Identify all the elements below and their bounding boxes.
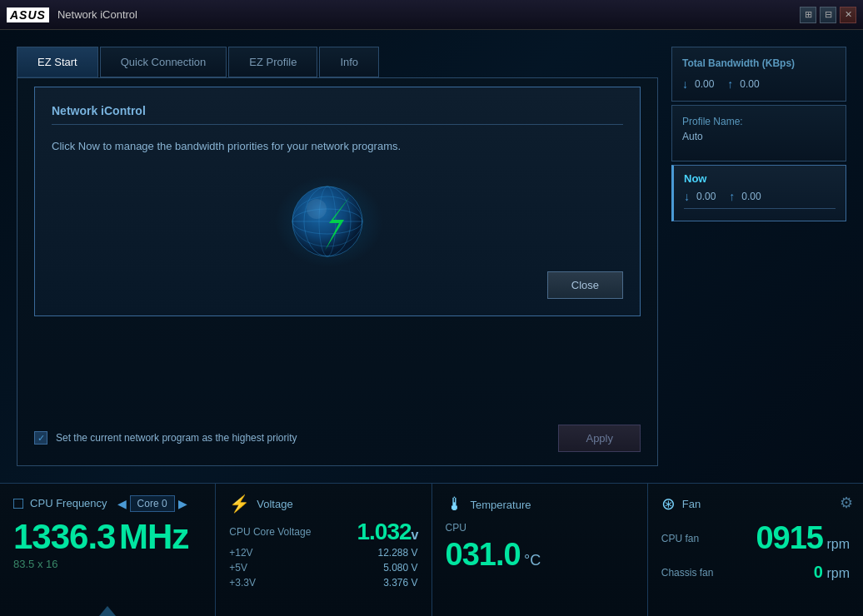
fan-section: ⚙ ⊛ Fan CPU fan 0915 rpm Chassis fan 0 r… — [648, 484, 863, 616]
close-button[interactable]: ✕ — [840, 7, 856, 23]
left-panel: EZ Start Quick Connection EZ Profile Inf… — [17, 47, 658, 466]
profile-name-value: Auto — [682, 131, 836, 142]
v5-row: +5V 5.080 V — [229, 562, 417, 574]
cpu-core-voltage-label: CPU Core Voltage — [229, 526, 311, 538]
core-nav: ◀ Core 0 ▶ — [117, 495, 187, 512]
priority-checkbox[interactable] — [34, 431, 47, 445]
voltage-header: ⚡ Voltage — [229, 494, 417, 514]
core-prev-arrow[interactable]: ◀ — [117, 497, 127, 510]
temp-unit: °C — [524, 552, 541, 569]
titlebar-left: ASUS Network iControl — [7, 7, 137, 22]
cpu-freq-section: □ CPU Frequency ◀ Core 0 ▶ 1336.3 MHz 83… — [0, 484, 216, 616]
triangle-indicator — [99, 606, 116, 616]
svg-point-8 — [307, 199, 327, 219]
cpu-temp-row: CPU — [446, 522, 634, 534]
up-arrow-icon: ↑ — [727, 77, 733, 91]
fan-icon: ⊛ — [661, 494, 676, 514]
chassis-fan-label: Chassis fan — [661, 567, 714, 579]
chassis-fan-row: Chassis fan 0 rpm — [661, 563, 850, 582]
grid-button[interactable]: ⊞ — [800, 7, 816, 23]
v33-label: +3.3V — [229, 577, 256, 589]
stats-bar: □ CPU Frequency ◀ Core 0 ▶ 1336.3 MHz 83… — [0, 483, 863, 616]
settings-button[interactable]: ⊟ — [820, 7, 836, 23]
cpu-temp-label: CPU — [446, 522, 466, 534]
bandwidth-section: Total Bandwidth (KBps) ↓ 0.00 ↑ 0.00 — [671, 47, 846, 102]
dialog-title: Network iControl — [52, 104, 623, 125]
down-arrow-icon: ↓ — [682, 77, 688, 91]
main-container: EZ Start Quick Connection EZ Profile Inf… — [0, 30, 863, 616]
app-title: Network iControl — [57, 8, 137, 21]
apply-button[interactable]: Apply — [558, 425, 641, 452]
profile-section: Profile Name: Auto — [671, 105, 846, 161]
core-label: Core 0 — [130, 495, 175, 512]
globe-svg — [271, 171, 404, 271]
cpu-temp-value: 031.0 — [446, 537, 521, 572]
voltage-title: Voltage — [257, 498, 292, 510]
now-down-value: 0.00 — [696, 191, 716, 202]
globe-image — [271, 171, 404, 271]
cpu-fan-value: 0915 — [756, 520, 823, 555]
v5-label: +5V — [229, 562, 247, 574]
now-bandwidth-row: ↓ 0.00 ↑ 0.00 — [684, 190, 836, 203]
right-panel: Total Bandwidth (KBps) ↓ 0.00 ↑ 0.00 Pro… — [671, 47, 846, 466]
top-area: EZ Start Quick Connection EZ Profile Inf… — [0, 30, 863, 483]
now-section: Now ↓ 0.00 ↑ 0.00 — [671, 165, 846, 221]
cpu-freq-main-value: 1336.3 — [13, 517, 115, 556]
temp-icon: 🌡 — [446, 494, 464, 515]
tab-bar: EZ Start Quick Connection EZ Profile Inf… — [17, 47, 658, 77]
now-down-icon: ↓ — [684, 190, 690, 203]
v12-value: 12.288 V — [377, 547, 417, 559]
cpu-core-voltage-row: CPU Core Voltage 1.032v — [229, 520, 417, 544]
close-dialog-button[interactable]: Close — [547, 271, 623, 299]
profile-name-label: Profile Name: — [682, 116, 836, 127]
chassis-fan-value-area: 0 rpm — [814, 563, 850, 582]
content-area: Net... Network iControl Click Now to man… — [17, 77, 658, 466]
voltage-section: ⚡ Voltage CPU Core Voltage 1.032v +12V 1… — [216, 484, 432, 616]
v12-label: +12V — [229, 547, 252, 559]
asus-logo: ASUS — [7, 7, 49, 22]
fan-header: ⊛ Fan — [661, 494, 850, 514]
bandwidth-down-row: ↓ 0.00 ↑ 0.00 — [682, 77, 836, 91]
cpu-freq-unit: MHz — [119, 517, 188, 556]
bandwidth-title: Total Bandwidth (KBps) — [682, 57, 836, 69]
fan-settings-icon[interactable]: ⚙ — [840, 494, 853, 512]
voltage-icon: ⚡ — [229, 494, 250, 514]
checkbox-area: Set the current network program as the h… — [34, 431, 297, 445]
v33-value: 3.376 V — [383, 577, 417, 589]
cpu-freq-value-area: 1336.3 MHz — [13, 519, 202, 554]
cpu-freq-header: □ CPU Frequency ◀ Core 0 ▶ — [13, 494, 202, 513]
v33-row: +3.3V 3.376 V — [229, 577, 417, 589]
now-up-icon: ↑ — [729, 190, 735, 203]
v12-row: +12V 12.288 V — [229, 547, 417, 559]
cpu-fan-unit: rpm — [826, 537, 850, 551]
cpu-fan-value-area: 0915 rpm — [756, 520, 850, 556]
now-label: Now — [684, 172, 836, 185]
titlebar-controls: ⊞ ⊟ ✕ — [800, 7, 856, 23]
temp-header: 🌡 Temperature — [446, 494, 634, 515]
tab-info[interactable]: Info — [319, 47, 379, 77]
cpu-temp-value-area: 031.0 °C — [446, 537, 634, 573]
tab-ez-start[interactable]: EZ Start — [17, 47, 98, 77]
v5-value: 5.080 V — [383, 562, 417, 574]
core-next-arrow[interactable]: ▶ — [178, 497, 187, 510]
cpu-freq-icon: □ — [13, 494, 23, 513]
bandwidth-down-value: 0.00 — [695, 78, 714, 90]
dialog-footer: Close — [52, 271, 623, 299]
content-bottom: Set the current network program as the h… — [34, 425, 641, 452]
cpu-freq-sub: 83.5 x 16 — [13, 558, 202, 570]
dialog-popup: Network iControl Click Now to manage the… — [34, 87, 641, 316]
fan-title: Fan — [682, 498, 701, 510]
tab-ez-profile[interactable]: EZ Profile — [228, 47, 317, 77]
cpu-fan-label: CPU fan — [661, 533, 699, 544]
cpu-fan-row: CPU fan 0915 rpm — [661, 520, 850, 556]
temperature-section: 🌡 Temperature CPU 031.0 °C — [432, 484, 648, 616]
now-up-value: 0.00 — [741, 191, 761, 202]
cpu-freq-title: CPU Frequency — [30, 497, 107, 509]
cpu-core-voltage-value: 1.032v — [357, 520, 418, 544]
tab-quick-connection[interactable]: Quick Connection — [100, 47, 227, 77]
temp-title: Temperature — [471, 499, 531, 511]
dialog-text: Click Now to manage the bandwidth priori… — [52, 138, 623, 155]
chassis-fan-value: 0 — [814, 563, 823, 581]
bandwidth-up-value: 0.00 — [740, 78, 759, 90]
divider — [684, 208, 836, 209]
